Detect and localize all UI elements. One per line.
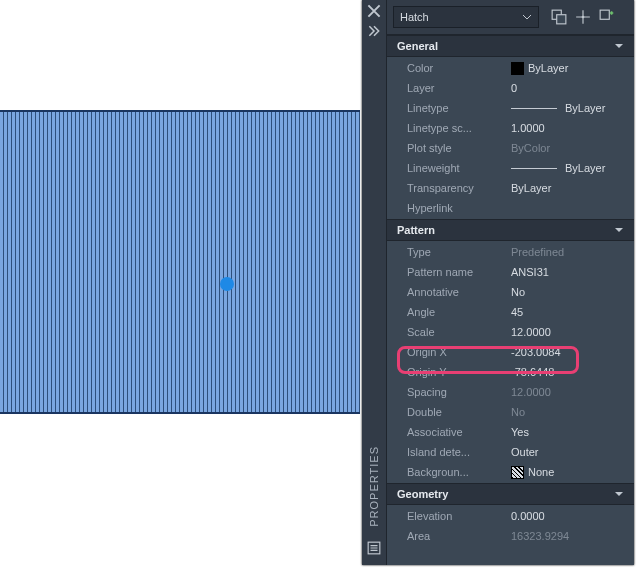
section-general[interactable]: General: [387, 35, 634, 57]
selection-grip[interactable]: [220, 277, 234, 291]
prop-linetype-scale[interactable]: Linetype sc... 1.0000: [387, 118, 634, 138]
svg-rect-2: [557, 15, 566, 24]
dropdown-value: Hatch: [400, 11, 429, 23]
prop-layer[interactable]: Layer 0: [387, 78, 634, 98]
prop-scale[interactable]: Scale 12.0000: [387, 322, 634, 342]
prop-hyperlink[interactable]: Hyperlink: [387, 198, 634, 218]
settings-icon[interactable]: [367, 541, 381, 557]
chevron-down-icon: [614, 41, 624, 51]
prop-type[interactable]: Type Predefined: [387, 242, 634, 262]
palette-header: Hatch: [387, 0, 634, 35]
close-icon[interactable]: [367, 4, 381, 20]
prop-background[interactable]: Backgroun... None: [387, 462, 634, 482]
svg-rect-4: [600, 10, 609, 19]
properties-palette: PROPERTIES Hatch General Color ByLayer: [362, 0, 634, 565]
prop-associative[interactable]: Associative Yes: [387, 422, 634, 442]
prop-lineweight[interactable]: Lineweight ByLayer: [387, 158, 634, 178]
svg-point-3: [582, 16, 585, 19]
object-type-dropdown[interactable]: Hatch: [393, 6, 539, 28]
section-pattern[interactable]: Pattern: [387, 219, 634, 241]
palette-sidebar: PROPERTIES: [362, 0, 387, 565]
prop-origin-x[interactable]: Origin X -203.0084: [387, 342, 634, 362]
drawing-canvas[interactable]: [0, 110, 360, 414]
toggle-pickadd-icon[interactable]: [551, 9, 567, 25]
prop-area: Area 16323.9294: [387, 526, 634, 546]
prop-transparency[interactable]: Transparency ByLayer: [387, 178, 634, 198]
prop-island-detection[interactable]: Island dete... Outer: [387, 442, 634, 462]
palette-title: PROPERTIES: [368, 440, 380, 533]
lineweight-swatch-icon: [511, 168, 557, 169]
linetype-swatch-icon: [511, 108, 557, 109]
quick-select-icon[interactable]: [599, 9, 615, 25]
prop-spacing: Spacing 12.0000: [387, 382, 634, 402]
section-geometry[interactable]: Geometry: [387, 483, 634, 505]
background-swatch-icon: [511, 466, 524, 479]
prop-color[interactable]: Color ByLayer: [387, 58, 634, 78]
color-swatch-icon: [511, 62, 524, 75]
prop-annotative[interactable]: Annotative No: [387, 282, 634, 302]
prop-pattern-name[interactable]: Pattern name ANSI31: [387, 262, 634, 282]
chevron-down-icon: [614, 225, 624, 235]
prop-double: Double No: [387, 402, 634, 422]
autohide-icon[interactable]: [367, 24, 381, 40]
prop-plotstyle: Plot style ByColor: [387, 138, 634, 158]
chevron-down-icon: [614, 489, 624, 499]
prop-angle[interactable]: Angle 45: [387, 302, 634, 322]
prop-origin-y[interactable]: Origin Y -78.6448: [387, 362, 634, 382]
prop-linetype[interactable]: Linetype ByLayer: [387, 98, 634, 118]
prop-elevation[interactable]: Elevation 0.0000: [387, 506, 634, 526]
chevron-down-icon: [522, 12, 532, 22]
select-objects-icon[interactable]: [575, 9, 591, 25]
